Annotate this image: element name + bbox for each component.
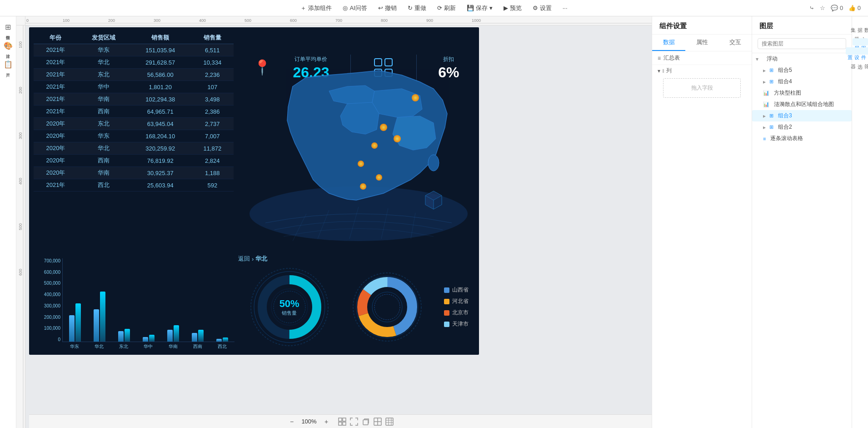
- redo-icon: ↻: [408, 5, 413, 11]
- layer-item[interactable]: ▸⊞组合5: [752, 65, 852, 76]
- table-cell: 2021年: [34, 56, 78, 69]
- donut-region: [351, 271, 424, 343]
- ai-icon: ◎: [343, 5, 348, 11]
- legend-item-shanxi: 山西省: [444, 286, 469, 294]
- layer-item-label: 组合5: [778, 66, 792, 74]
- table-cell: 2,236: [191, 69, 234, 81]
- settings-button[interactable]: ⚙ 设置: [528, 2, 556, 14]
- table-cell: 华南: [78, 93, 130, 106]
- svg-point-29: [358, 161, 364, 167]
- bar-col1: [94, 309, 99, 342]
- bar-group: [192, 330, 204, 342]
- far-right-component-settings[interactable]: 组件设置: [846, 47, 868, 55]
- legend-label-shanxi: 山西省: [452, 286, 469, 294]
- ruler-left: 100 200 300 400 500 600: [16, 25, 25, 428]
- tab-data[interactable]: 数据: [652, 35, 685, 51]
- table-cell: 1,801.20: [130, 81, 191, 93]
- data-source-item[interactable]: ≡ 汇总表: [652, 51, 752, 65]
- more-button[interactable]: ···: [558, 3, 572, 13]
- grid-icon[interactable]: [374, 418, 382, 426]
- bar-col2: [100, 292, 105, 342]
- layer-type-icon: ⊞: [769, 79, 773, 85]
- far-right-dataset[interactable]: 数据集: [849, 20, 868, 27]
- refresh-button[interactable]: ⟳ 刷新: [433, 2, 460, 14]
- layer-item-label: 浮动: [767, 55, 778, 63]
- layers-search-input[interactable]: [758, 38, 846, 49]
- legend-color-tianjin: [444, 322, 449, 327]
- svg-text:300: 300: [154, 18, 160, 23]
- undo-button[interactable]: ↩ 撤销: [374, 2, 401, 14]
- tab-properties[interactable]: 属性: [685, 35, 718, 51]
- legend-item-beijing: 北京市: [444, 309, 469, 317]
- canvas-area: 0 100 200 300 400 500 600 700 800 900 10…: [16, 16, 652, 428]
- col-header-region: 发货区域: [78, 32, 130, 44]
- zoom-minus-button[interactable]: −: [287, 417, 296, 426]
- zoom-plus-button[interactable]: +: [322, 417, 331, 426]
- toolbar: ＋ 添加组件 ◎ AI问答 ↩ 撤销 ↻ 重做 ⟳ 刷新 💾 保存 ▾ ▶ 预览: [0, 0, 868, 16]
- layer-item[interactable]: 📊方块型柱图: [752, 87, 852, 99]
- bar-col1: [118, 331, 124, 342]
- bar-col2: [223, 337, 228, 342]
- legend-item-hebei: 河北省: [444, 297, 469, 305]
- layer-item-label: 组合2: [778, 123, 792, 131]
- layer-item[interactable]: ▸⊞组合3: [752, 110, 852, 121]
- save-button[interactable]: 💾 保存 ▾: [462, 2, 497, 14]
- layer-item[interactable]: 📊涟漪散点和区域组合地图: [752, 99, 852, 110]
- undo-icon: ↩: [378, 5, 383, 11]
- layer-item[interactable]: ▾浮动: [752, 53, 852, 65]
- ai-qa-button[interactable]: ◎ AI问答: [338, 2, 371, 14]
- redo-button[interactable]: ↻ 重做: [403, 2, 431, 14]
- share-icon[interactable]: ⤷: [809, 5, 814, 11]
- svg-text:500: 500: [244, 18, 251, 23]
- tab-interaction[interactable]: 交互: [718, 35, 752, 51]
- comp-settings-panel: 组件设置 数据 属性 交互 ≡ 汇总表 ▾ ⦀ 列 拖入字段: [652, 16, 752, 428]
- legend-item-tianjin: 天津市: [444, 320, 469, 328]
- col-header-qty: 销售量: [191, 32, 234, 44]
- save-dropdown-icon: ▾: [489, 5, 493, 11]
- table-row: 2021年华北291,628.5710,334: [34, 56, 234, 69]
- star-icon[interactable]: ☆: [820, 5, 825, 11]
- bottom-bar: − 100% +: [29, 414, 652, 428]
- sidebar-item-components[interactable]: ⊞ 数据组件: [0, 20, 16, 35]
- layer-item-label: 逐条滚动表格: [770, 135, 803, 142]
- far-right-filter[interactable]: 筛选器: [849, 56, 868, 64]
- svg-text:100: 100: [18, 41, 23, 48]
- bar-col1: [192, 333, 197, 342]
- drag-area[interactable]: 拖入字段: [663, 78, 741, 98]
- far-right-layers[interactable]: 图层: [853, 38, 868, 45]
- table-cell: 东北: [78, 118, 130, 130]
- assets-icon: 📋: [4, 60, 13, 69]
- table-cell: 东北: [78, 69, 130, 81]
- far-right-theme[interactable]: 主题: [853, 29, 868, 36]
- sidebar-item-assets[interactable]: 📋 资产: [0, 57, 16, 72]
- layer-item[interactable]: ≡逐条滚动表格: [752, 133, 852, 144]
- svg-point-25: [412, 94, 419, 101]
- table-icon[interactable]: [385, 418, 394, 426]
- table-cell: 76,819.92: [130, 155, 191, 167]
- svg-text:700: 700: [335, 18, 342, 23]
- svg-text:600: 600: [18, 269, 23, 276]
- preview-button[interactable]: ▶ 预览: [499, 2, 526, 14]
- comment-count: 💬 0: [831, 5, 843, 11]
- col-section-icon: ▾: [658, 68, 660, 74]
- layer-item[interactable]: ▸⊞组合2: [752, 121, 852, 133]
- fit-icon[interactable]: [338, 418, 346, 426]
- table-cell: 592: [191, 179, 234, 191]
- donut1-value: 50%: [279, 298, 299, 310]
- dashboard-canvas: 年份 发货区域 销售额 销售量 2021年华东151,035.946,51120…: [29, 27, 479, 355]
- col-header-year: 年份: [34, 32, 78, 44]
- expand-icon[interactable]: [350, 418, 358, 426]
- zoom-tools: [338, 418, 394, 426]
- layer-item[interactable]: ▸⊞组合4: [752, 76, 852, 87]
- layer-type-icon: 📊: [763, 101, 769, 107]
- svg-text:600: 600: [290, 18, 297, 23]
- table-cell: 64,965.71: [130, 106, 191, 118]
- svg-point-28: [371, 142, 378, 149]
- bar-col1: [143, 337, 148, 342]
- copy-icon[interactable]: [362, 418, 370, 426]
- legend-color-hebei: [444, 299, 449, 304]
- add-component-button[interactable]: ＋ 添加组件: [296, 2, 336, 14]
- legend-label-beijing: 北京市: [452, 309, 469, 317]
- table-row: 2021年东北56,586.002,236: [34, 69, 234, 81]
- sidebar-item-design[interactable]: 🎨 设计库: [0, 39, 16, 54]
